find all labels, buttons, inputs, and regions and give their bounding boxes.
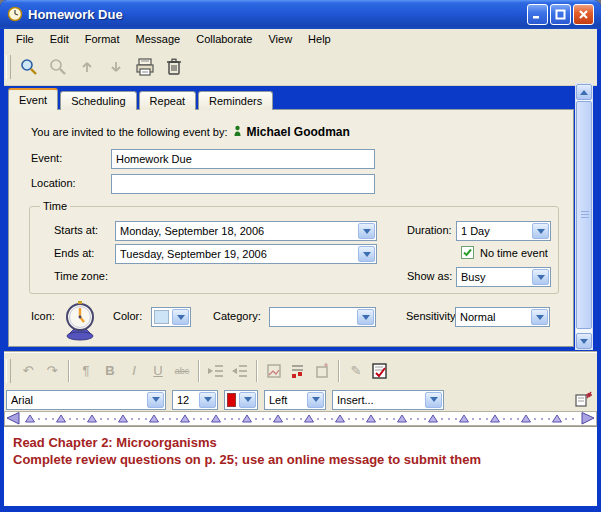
toolbar-grip[interactable] [6, 359, 11, 383]
body-line-1: Read Chapter 2: Microorganisms [13, 434, 588, 451]
insert-object-icon [310, 360, 334, 382]
event-label: Event: [31, 152, 62, 164]
toolbar-separator [256, 360, 258, 382]
font-toolbar: Arial 12 Left Insert... [4, 388, 597, 411]
time-group: Time Starts at: Monday, September 18, 20… [29, 206, 559, 294]
insert-special-icon[interactable] [575, 391, 593, 409]
sensitivity-select[interactable]: Normal [455, 307, 550, 327]
ends-at-select[interactable]: Tuesday, September 19, 2006 [115, 244, 377, 264]
chevron-down-icon[interactable] [172, 309, 189, 325]
chevron-down-icon[interactable] [358, 246, 375, 262]
menu-help[interactable]: Help [300, 30, 339, 48]
ruler[interactable] [4, 411, 597, 426]
print-icon[interactable] [132, 54, 158, 80]
delete-trash-icon[interactable] [161, 54, 187, 80]
menu-edit[interactable]: Edit [42, 30, 77, 48]
menu-file[interactable]: File [8, 30, 42, 48]
show-as-label: Show as: [407, 270, 452, 282]
previous-arrow-icon [74, 54, 100, 80]
menu-format[interactable]: Format [77, 30, 128, 48]
font-size-select[interactable]: 12 [172, 390, 218, 410]
chevron-down-icon[interactable] [425, 392, 442, 408]
indent-icon [228, 360, 252, 382]
event-input[interactable]: Homework Due [111, 149, 375, 169]
duration-select[interactable]: 1 Day [456, 221, 551, 241]
tab-event[interactable]: Event [8, 88, 58, 110]
font-color-select[interactable] [224, 390, 258, 410]
insert-select[interactable]: Insert... [332, 390, 444, 410]
chevron-down-icon[interactable] [199, 392, 216, 408]
no-time-event-checkbox[interactable] [461, 246, 474, 259]
insert-field-icon[interactable] [286, 360, 310, 382]
maximize-button[interactable] [550, 4, 571, 25]
titlebar: Homework Due [0, 0, 601, 29]
chevron-down-icon[interactable] [532, 223, 549, 239]
tab-reminders[interactable]: Reminders [198, 91, 273, 110]
scroll-down-icon[interactable] [576, 333, 592, 349]
chevron-down-icon[interactable] [358, 223, 375, 239]
location-input[interactable] [111, 174, 375, 194]
scroll-up-icon[interactable] [576, 84, 592, 100]
tab-strip: Event Scheduling Repeat Reminders [8, 88, 275, 110]
chevron-down-icon[interactable] [531, 309, 548, 325]
chevron-down-icon[interactable] [532, 269, 549, 285]
window-title: Homework Due [28, 7, 123, 22]
toolbar-grip[interactable] [6, 55, 11, 79]
menu-collaborate[interactable]: Collaborate [188, 30, 260, 48]
underline-icon: U [146, 360, 170, 382]
tab-scheduling[interactable]: Scheduling [60, 91, 136, 110]
no-time-event-label[interactable]: No time event [480, 247, 548, 259]
vertical-scrollbar[interactable] [575, 83, 593, 350]
starts-at-select[interactable]: Monday, September 18, 2006 [115, 221, 377, 241]
font-color-swatch [227, 393, 236, 407]
strikethrough-icon: abc [170, 360, 194, 382]
spell-check-icon[interactable] [368, 360, 392, 382]
toolbar-separator [338, 360, 340, 382]
menu-view[interactable]: View [260, 30, 300, 48]
message-body[interactable]: Read Chapter 2: Microorganisms Complete … [4, 426, 597, 506]
next-arrow-icon [103, 54, 129, 80]
color-label: Color: [113, 310, 142, 322]
chevron-down-icon[interactable] [239, 392, 256, 408]
category-select[interactable] [269, 307, 376, 327]
time-zone-label: Time zone: [54, 270, 108, 282]
undo-icon: ↶ [16, 360, 40, 382]
event-tab-panel: You are invited to the following event b… [8, 109, 574, 347]
body-line-2: Complete review questions on p. 25; use … [13, 451, 588, 468]
close-button[interactable] [573, 4, 594, 25]
invite-text: You are invited to the following event b… [31, 126, 228, 138]
app-clock-icon [7, 6, 23, 24]
event-window: Homework Due File Edit Format Message Co… [0, 0, 601, 512]
chevron-down-icon[interactable] [147, 392, 164, 408]
italic-icon: I [122, 360, 146, 382]
font-family-select[interactable]: Arial [6, 390, 166, 410]
format-toolbar: ↶ ↷ ¶ B I U abc ✎ [4, 352, 597, 388]
starts-at-label: Starts at: [54, 224, 98, 236]
bold-icon: B [98, 360, 122, 382]
search-again-icon [45, 54, 71, 80]
chevron-down-icon[interactable] [307, 392, 324, 408]
menu-message[interactable]: Message [128, 30, 189, 48]
toolbar-separator [198, 360, 200, 382]
invite-row: You are invited to the following event b… [31, 125, 350, 139]
scrollbar-thumb[interactable] [576, 101, 592, 329]
time-group-legend: Time [40, 200, 70, 212]
ends-at-label: Ends at: [54, 247, 94, 259]
chevron-down-icon[interactable] [357, 309, 374, 325]
location-label: Location: [31, 177, 76, 189]
search-icon[interactable] [16, 54, 42, 80]
main-toolbar [4, 49, 597, 86]
color-swatch [154, 310, 169, 324]
paragraph-icon: ¶ [74, 360, 98, 382]
event-clock-icon [61, 300, 99, 344]
toolbar-separator [68, 360, 70, 382]
duration-label: Duration: [407, 224, 452, 236]
redo-icon: ↷ [40, 360, 64, 382]
outdent-icon [204, 360, 228, 382]
sensitivity-label: Sensitivity: [406, 310, 459, 322]
minimize-button[interactable] [527, 4, 548, 25]
tab-repeat[interactable]: Repeat [139, 91, 196, 110]
show-as-select[interactable]: Busy [456, 267, 551, 287]
alignment-select[interactable]: Left [264, 390, 326, 410]
color-select[interactable] [151, 307, 191, 327]
